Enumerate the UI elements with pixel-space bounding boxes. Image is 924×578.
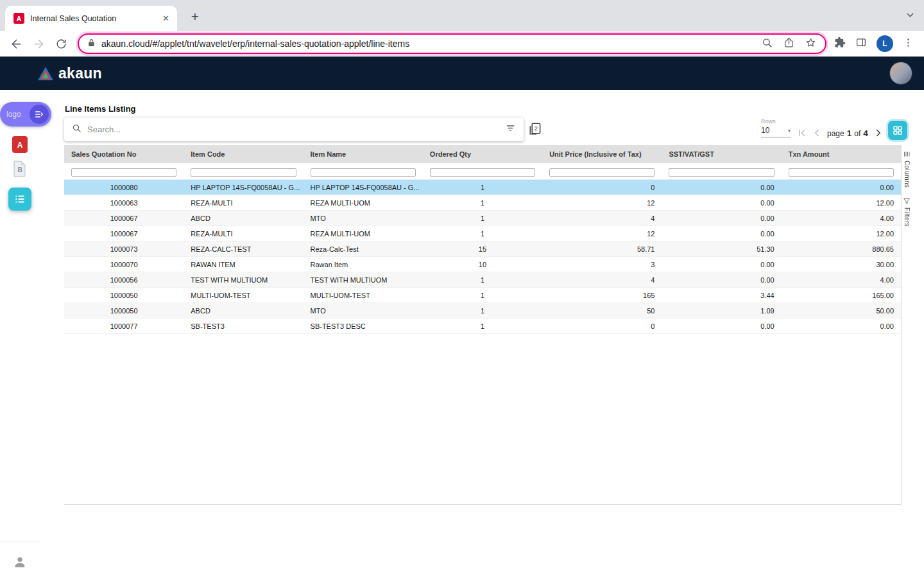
new-tab-button[interactable]: +	[188, 9, 202, 24]
column-filter-input[interactable]	[311, 168, 416, 177]
filters-rail-button[interactable]: Filters	[903, 197, 911, 227]
column-header[interactable]: Ordered Qty	[423, 150, 542, 158]
table-row[interactable]: 1000063REZA-MULTIREZA MULTI-UOM1120.0012…	[64, 195, 901, 211]
table-cell: 165	[542, 292, 662, 299]
table-row[interactable]: 1000067ABCDMTO140.004.00	[64, 211, 901, 226]
next-page-icon[interactable]	[872, 127, 885, 139]
table-cell: 1	[423, 322, 542, 330]
total-pages: 4	[863, 128, 868, 138]
table-cell: 1000067	[64, 230, 184, 238]
column-header[interactable]: Sales Quotation No	[64, 150, 184, 158]
app-header: akaun	[0, 57, 924, 90]
prev-page-icon[interactable]	[810, 127, 823, 139]
extensions-icon[interactable]	[834, 37, 846, 51]
zoom-icon[interactable]	[762, 37, 773, 51]
angular-icon: A	[13, 13, 24, 24]
column-header[interactable]: Txn Amount	[782, 150, 901, 158]
table-cell: HP LAPTOP 14S-FQ0058AU - G...	[184, 184, 303, 191]
table-cell: 1000063	[64, 199, 184, 207]
column-filter-input[interactable]	[549, 168, 654, 177]
table-cell: 0	[542, 184, 662, 191]
akaun-triangle-icon	[37, 66, 54, 81]
url-bar[interactable]: akaun.cloud/#/applet/tnt/wavelet/erp/int…	[78, 33, 826, 54]
collapse-menu-icon[interactable]	[30, 105, 49, 124]
column-filter-input[interactable]	[191, 168, 296, 177]
grid-view-button[interactable]	[888, 121, 907, 140]
table-cell: 1	[423, 215, 542, 222]
forward-icon[interactable]	[30, 35, 47, 52]
table-row[interactable]: 1000073REZA-CALC-TESTReza-Calc-Test1558.…	[64, 241, 901, 257]
table-row[interactable]: 1000067REZA-MULTIREZA MULTI-UOM1120.0012…	[64, 226, 901, 241]
browser-profile-avatar[interactable]: L	[877, 35, 893, 52]
table-cell: MTO	[304, 307, 423, 315]
table-cell: 0.00	[662, 184, 781, 191]
filter-list-icon[interactable]	[505, 123, 516, 136]
table-cell: SB-TEST3 DESC	[304, 322, 423, 330]
table-cell: 1000080	[64, 184, 184, 191]
column-filter-input[interactable]	[789, 168, 894, 177]
first-page-icon[interactable]	[796, 127, 809, 139]
tab-search-chevron-icon[interactable]	[905, 10, 916, 23]
table-row[interactable]: 1000050MULTI-UOM-TESTMULTI-UOM-TEST11653…	[64, 288, 901, 303]
bookmark-star-icon[interactable]	[805, 37, 816, 51]
dropdown-caret-icon: ▾	[788, 128, 791, 134]
table-cell: 880.65	[782, 245, 901, 253]
profile-person-icon[interactable]	[0, 555, 40, 569]
table-row[interactable]: 1000077SB-TEST3SB-TEST3 DESC100.000.00	[64, 319, 901, 334]
table-cell: 1	[423, 292, 542, 299]
filters-rail-label: Filters	[903, 207, 911, 227]
column-header[interactable]: Item Code	[184, 150, 303, 158]
table-cell: 1	[423, 230, 542, 238]
column-header[interactable]: SST/VAT/GST	[662, 150, 781, 158]
table-cell: 1	[423, 184, 542, 191]
url-text: akaun.cloud/#/applet/tnt/wavelet/erp/int…	[101, 39, 409, 49]
table-cell: 1	[423, 276, 542, 284]
back-icon[interactable]	[8, 35, 24, 52]
browser-tab[interactable]: A Internal Sales Quotation ✕	[5, 6, 177, 31]
brand-text: akaun	[58, 65, 102, 82]
document-applet-icon[interactable]: B	[0, 161, 40, 177]
side-panel-icon[interactable]	[855, 37, 867, 51]
table-cell: 4	[542, 215, 662, 222]
share-icon[interactable]	[783, 37, 794, 51]
columns-grip-icon	[903, 150, 911, 158]
table-cell: 3	[542, 261, 662, 268]
rows-label: Rows	[761, 118, 791, 125]
table-cell: 15	[423, 245, 542, 253]
column-filter-input[interactable]	[430, 168, 535, 177]
table-cell: 0.00	[662, 230, 781, 238]
user-avatar[interactable]	[889, 62, 912, 85]
table-row[interactable]: 1000080HP LAPTOP 14S-FQ0058AU - G...HP L…	[64, 180, 901, 195]
table-cell: 50.00	[782, 307, 901, 315]
table-cell: 1000070	[64, 261, 184, 268]
pdf-applet-icon[interactable]: A	[0, 136, 40, 153]
table-cell: 0.00	[662, 261, 781, 268]
table-row[interactable]: 1000050ABCDMTO1501.0950.00	[64, 303, 901, 319]
pages-copy-icon[interactable]: 2	[527, 121, 542, 139]
akaun-logo[interactable]: akaun	[37, 65, 102, 82]
columns-rail-button[interactable]: Columns	[903, 150, 911, 188]
kebab-menu-icon[interactable]	[903, 37, 914, 51]
table-cell: 1000077	[64, 322, 184, 330]
table-cell: 12	[542, 230, 662, 238]
table-row[interactable]: 1000070RAWAN ITEMRawan Item1030.0030.00	[64, 257, 901, 272]
filters-funnel-icon	[903, 197, 911, 205]
tab-close-icon[interactable]: ✕	[161, 13, 171, 24]
table-row[interactable]: 1000056TEST WITH MULTIUOMTEST WITH MULTI…	[64, 272, 901, 288]
column-filter-input[interactable]	[71, 168, 176, 177]
table-cell: REZA-MULTI	[184, 230, 303, 238]
search-bar	[64, 118, 524, 141]
line-items-list-icon[interactable]	[8, 188, 31, 211]
column-header[interactable]: Unit Price (Inclusive of Tax)	[542, 150, 662, 158]
column-filter-input[interactable]	[669, 168, 774, 177]
search-input[interactable]	[87, 125, 499, 134]
table-body: 1000080HP LAPTOP 14S-FQ0058AU - G...HP L…	[64, 180, 901, 334]
rows-per-page-select[interactable]: Rows 10 ▾	[761, 118, 791, 137]
refresh-icon[interactable]	[53, 35, 69, 52]
table-cell: 58.71	[542, 245, 662, 253]
sidebar-logo-pill[interactable]: logo	[0, 102, 51, 127]
table-cell: 12.00	[782, 230, 901, 238]
column-header[interactable]: Item Name	[304, 150, 423, 158]
sidebar-logo-alt: logo	[6, 110, 21, 119]
search-icon	[72, 123, 81, 136]
